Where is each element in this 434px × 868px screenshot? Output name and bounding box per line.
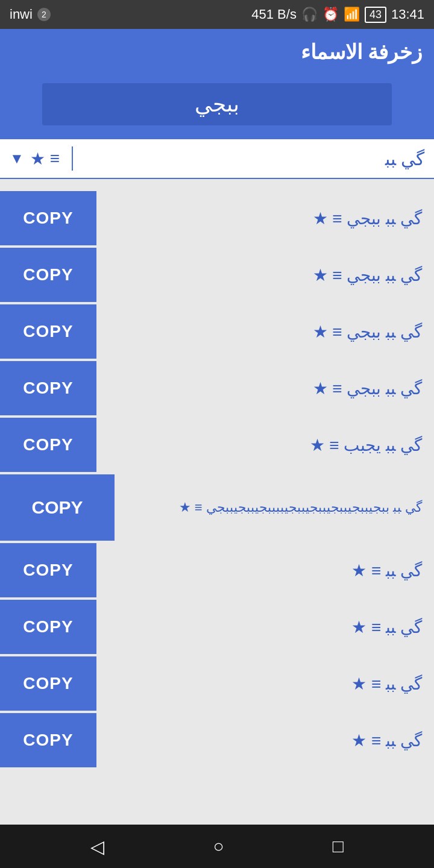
- lines-icon: ≡: [50, 149, 60, 168]
- result-row: ﮔﻲ ‍ﺒﺒ ≡ ★ COPY: [0, 713, 434, 767]
- copy-button-10[interactable]: COPY: [0, 713, 96, 767]
- back-button[interactable]: ◁: [90, 836, 104, 857]
- result-row: ﮔﻲ ‍ﺒﺒ ببجي ≡ ★ COPY: [0, 361, 434, 415]
- filter-separator: [72, 146, 73, 171]
- copy-button-8[interactable]: COPY: [0, 600, 96, 654]
- bottom-nav: ◁ ○ □: [0, 825, 434, 868]
- result-row: ﮔﻲ ‍ﺒﺒ يجبب ≡ ★ COPY: [0, 418, 434, 472]
- home-button[interactable]: ○: [213, 836, 224, 857]
- input-area: ببجي: [0, 75, 434, 137]
- filter-preview: ﮔﻲ ‍ﺒﺒ: [85, 148, 424, 169]
- alarm-icon: ⏰: [322, 7, 339, 22]
- copy-button-1[interactable]: COPY: [0, 191, 96, 245]
- signal-badge: 2: [37, 8, 51, 21]
- result-text: ﮔﻲ ‍ﺒﺒ ببجي ≡ ★: [96, 203, 434, 234]
- speed-text: 451 B/s: [251, 7, 297, 22]
- headphone-icon: 🎧: [301, 7, 318, 22]
- result-text: ﮔﻲ ‍ﺒﺒ يجبب ≡ ★: [96, 429, 434, 461]
- copy-button-4[interactable]: COPY: [0, 361, 96, 415]
- results-area: ﮔﻲ ‍ﺒﺒ ببجي ≡ ★ COPY ﮔﻲ ‍ﺒﺒ ببجي ≡ ★ COP…: [0, 179, 434, 825]
- dropdown-arrow[interactable]: ▼: [10, 150, 24, 167]
- result-row: ﮔﻲ ‍ﺒﺒ ≡ ★ COPY: [0, 600, 434, 654]
- filter-icons: ≡ ★: [30, 149, 60, 169]
- name-input[interactable]: ببجي: [42, 83, 392, 125]
- result-text: ﮔﻲ ‍ﺒﺒ ببجي ≡ ★: [96, 316, 434, 348]
- result-row: ﮔﻲ ‍ﺒﺒ ببجي ≡ ★ COPY: [0, 304, 434, 359]
- input-value: ببجي: [195, 92, 239, 116]
- status-bar: inwi 2 451 B/s 🎧 ⏰ 📶 43 13:41: [0, 0, 434, 29]
- result-row-wide: ﮔﻲ ‍ﺒﺒ ببجيببجيببجيببجيببجيببببجيببجيببج…: [0, 474, 434, 541]
- recent-button[interactable]: □: [333, 836, 344, 857]
- result-text: ﮔﻲ ‍ﺒﺒ ≡ ★: [96, 555, 434, 587]
- result-text: ﮔﻲ ‍ﺒﺒ ببجي ≡ ★: [96, 373, 434, 404]
- result-text: ﮔﻲ ‍ﺒﺒ ≡ ★: [96, 725, 434, 756]
- result-row: ﮔﻲ ‍ﺒﺒ ≡ ★ COPY: [0, 656, 434, 711]
- app-header: زخرفة الاسماء: [0, 29, 434, 75]
- copy-button-7[interactable]: COPY: [0, 543, 96, 597]
- result-text: ﮔﻲ ‍ﺒﺒ ≡ ★: [96, 668, 434, 700]
- copy-button-5[interactable]: COPY: [0, 418, 96, 472]
- result-row: ﮔﻲ ‍ﺒﺒ ببجي ≡ ★ COPY: [0, 248, 434, 302]
- copy-button-6[interactable]: COPY: [0, 474, 115, 541]
- result-text-wide: ﮔﻲ ‍ﺒﺒ ببجيببجيببجيببجيببجيببببجيببجيببج…: [115, 494, 434, 521]
- copy-button-9[interactable]: COPY: [0, 656, 96, 711]
- result-row: ﮔﻲ ‍ﺒﺒ ببجي ≡ ★ COPY: [0, 191, 434, 245]
- carrier-text: inwi: [10, 7, 33, 22]
- result-text: ﮔﻲ ‍ﺒﺒ ≡ ★: [96, 611, 434, 643]
- status-left: inwi 2: [10, 7, 51, 22]
- battery-icon: 43: [365, 7, 386, 23]
- copy-button-3[interactable]: COPY: [0, 304, 96, 359]
- status-right: 451 B/s 🎧 ⏰ 📶 43 13:41: [251, 7, 424, 23]
- result-text: ﮔﻲ ‍ﺒﺒ ببجي ≡ ★: [96, 259, 434, 291]
- result-row: ﮔﻲ ‍ﺒﺒ ≡ ★ COPY: [0, 543, 434, 597]
- app-title: زخرفة الاسماء: [301, 40, 422, 63]
- star-icon: ★: [30, 149, 45, 169]
- signal-icon: 📶: [344, 7, 360, 22]
- time-text: 13:41: [391, 7, 424, 22]
- filter-row: ﮔﻲ ‍ﺒﺒ ≡ ★ ▼: [0, 139, 434, 179]
- copy-button-2[interactable]: COPY: [0, 248, 96, 302]
